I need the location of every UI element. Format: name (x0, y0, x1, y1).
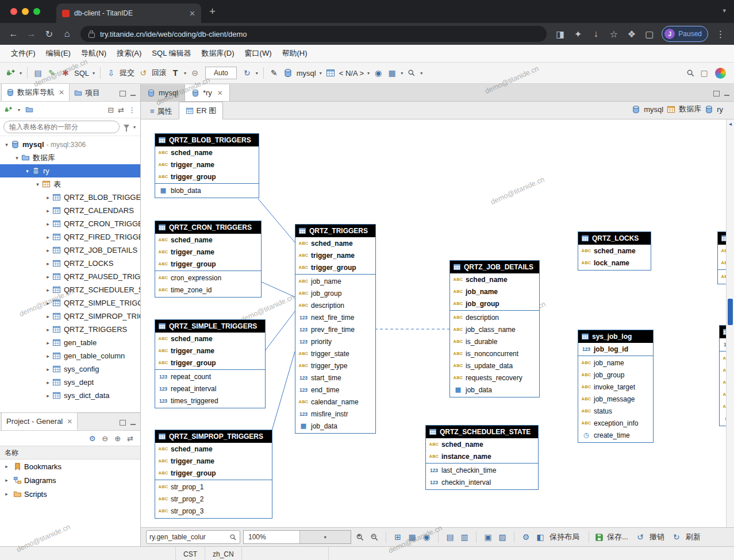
new-connection-icon[interactable] (5, 67, 17, 79)
tree-item-QRTZ_TRIGGERS[interactable]: ▸QRTZ_TRIGGERS (0, 323, 140, 336)
entity-column-trigger_state[interactable]: ABCtrigger_state (295, 347, 375, 360)
panel-maximize-icon[interactable] (120, 420, 126, 426)
entity-QRTZ_SIMPROP_TRIGGERS[interactable]: QRTZ_SIMPROP_TRIGGERSABCsched_nameABCtri… (155, 430, 272, 519)
menu-item-6[interactable]: 窗口(W) (240, 48, 277, 59)
collapse-icon[interactable]: ⊖ (102, 434, 108, 443)
expand-arrow-icon[interactable]: ▸ (44, 393, 52, 399)
entity-column-repeat_interval[interactable]: 123repeat_interval (155, 383, 265, 395)
menu-item-7[interactable]: 帮助(H) (276, 48, 312, 59)
tree-item-gen_table[interactable]: ▸gen_table (0, 336, 140, 349)
entity-QRTZ_BLOB_TRIGGERS[interactable]: QRTZ_BLOB_TRIGGERSABCsched_nameABCtrigge… (155, 133, 259, 198)
refresh-icon[interactable]: ↻ (671, 532, 682, 542)
sql-caret-icon[interactable]: ▾ (93, 71, 95, 76)
entity-header[interactable]: QRTZ_SCHEDULER_STATE (426, 426, 538, 438)
edit-icon[interactable]: ✎ (268, 67, 280, 79)
expand-arrow-icon[interactable]: ▸ (44, 287, 52, 293)
entity-QRTZ_JOB_DETAILS[interactable]: QRTZ_JOB_DETAILSABCsched_nameABCjob_name… (449, 260, 540, 397)
entity-column-invoke_target[interactable]: ABCinvoke_target (578, 381, 653, 393)
editor-tab-mysql[interactable]: mysql (141, 84, 185, 101)
panel-minimize-icon[interactable] (724, 95, 729, 96)
expand-arrow-icon[interactable]: ▸ (44, 234, 52, 240)
export-image-icon[interactable]: ▨ (497, 532, 508, 542)
auto-commit-button[interactable]: Auto (205, 67, 237, 79)
entity-column-sched_name[interactable]: ABCsched_name (155, 333, 265, 345)
entity-sys_job_log[interactable]: sys_job_log123job_log_idABCjob_nameABCjo… (578, 330, 654, 443)
expand-arrow-icon[interactable]: ▸ (44, 261, 52, 267)
expand-arrow-icon[interactable]: ▾ (33, 181, 42, 187)
entity-column-job_group[interactable]: ABCjob_group (450, 298, 539, 310)
entity-header[interactable]: QRTZ_BLOB_TRIGGERS (155, 134, 259, 146)
tab-close-icon[interactable]: ✕ (189, 9, 195, 18)
entity-column-trigger_group[interactable]: ABCtrigger_group (295, 261, 375, 273)
expand-arrow-icon[interactable]: ▸ (44, 208, 52, 214)
entity-header[interactable]: QRTZ_LOCKS (578, 232, 651, 245)
scrollbar-thumb[interactable] (728, 299, 733, 325)
entity-column-trigger_group[interactable]: ABCtrigger_group (155, 467, 272, 479)
print-icon[interactable]: ▣ (482, 532, 494, 542)
entity-column-trigger_group[interactable]: ABCtrigger_group (155, 171, 259, 183)
collapse-all-icon[interactable]: ⊟ (107, 106, 114, 114)
new-tab-button[interactable]: + (209, 5, 216, 18)
browser-menu-icon[interactable]: ⋮ (713, 29, 728, 40)
diagram-mode-icon[interactable]: ⊞ (392, 532, 403, 542)
tx-caret-icon[interactable]: ▾ (184, 71, 186, 76)
entity-column-blob_data[interactable]: ▦blob_data (155, 184, 259, 196)
refresh-button[interactable]: 刷新 (686, 532, 701, 542)
entity-column-job_group[interactable]: ABCjob_group (578, 369, 653, 381)
active-schema-label[interactable]: < N/A > (339, 69, 364, 78)
expand-arrow-icon[interactable]: ▾ (2, 142, 11, 148)
entity-column-sched_name[interactable]: ABCsched_name (426, 438, 538, 450)
entity-column-job_data[interactable]: ▦job_data (450, 384, 539, 396)
entity-QRTZ_SIMPLE_TRIGGERS[interactable]: QRTZ_SIMPLE_TRIGGERSABCsched_nameABCtrig… (155, 319, 266, 408)
entity-column-job_name[interactable]: ABCjob_name (578, 357, 653, 369)
frame-icon[interactable]: ◧ (535, 532, 546, 542)
entity-column-trigger_name[interactable]: ABCtrigger_name (155, 246, 261, 258)
expand-arrow-icon[interactable]: ▸ (44, 327, 52, 333)
connection-db-icon[interactable] (282, 67, 294, 79)
menu-item-1[interactable]: 编辑(E) (41, 48, 76, 59)
fit-view-icon[interactable]: ◉ (421, 532, 432, 542)
side-panel-icon[interactable]: ▢ (641, 29, 657, 40)
tree-item-ry[interactable]: ▾ry (0, 164, 140, 177)
profile-chip[interactable]: J Paused (662, 26, 708, 42)
entity-column-misfire_instr[interactable]: 123misfire_instr (295, 408, 375, 420)
menu-item-2[interactable]: 导航(N) (76, 48, 112, 59)
entity-column-str_prop_3[interactable]: ABCstr_prop_3 (155, 505, 272, 517)
global-search-icon[interactable] (684, 67, 697, 79)
entity-column-trigger_group[interactable]: ABCtrigger_group (155, 258, 261, 270)
expand-arrow-icon[interactable]: ▸ (44, 248, 52, 253)
entity-column-create_time[interactable]: ◷create_time (578, 429, 653, 441)
save-button[interactable]: 保存... (607, 532, 628, 542)
keep-layout-button[interactable]: 保持布局 (549, 532, 579, 542)
entity-column-trigger_name[interactable]: ABCtrigger_name (155, 455, 272, 467)
address-bar[interactable]: try.titanide.cn/ide/web/coding/db-client… (80, 26, 547, 42)
rollback-label[interactable]: 回滚 (152, 68, 167, 78)
save-icon[interactable] (595, 533, 604, 542)
expand-arrow-icon[interactable]: ▸ (44, 366, 52, 372)
sql-script-icon[interactable]: ▤ (32, 67, 44, 79)
close-window-button[interactable] (10, 8, 17, 15)
entity-column-job_data[interactable]: ▦job_data (295, 420, 375, 432)
tree-item-sys_dict_data[interactable]: ▸sys_dict_data (0, 389, 140, 402)
entity-column-job_log_id[interactable]: 123job_log_id (578, 343, 653, 355)
project-item-Bookmarks[interactable]: ▸Bookmarks (0, 459, 140, 473)
globe-icon[interactable]: ◉ (372, 67, 385, 79)
entity-column-sched_name[interactable]: ABCsched_name (578, 245, 651, 257)
lock-toggle-icon[interactable]: ⊝ (189, 67, 201, 79)
tree-item-QRTZ_SIMPROP_TRIGGERS[interactable]: ▸QRTZ_SIMPROP_TRIGGERS (0, 310, 140, 323)
new-script-icon[interactable]: ✎ (45, 67, 58, 79)
entity-QRTZ_SCHEDULER_STATE[interactable]: QRTZ_SCHEDULER_STATEABCsched_nameABCinst… (425, 425, 539, 490)
entity-header[interactable]: QRTZ_SIMPLE_TRIGGERS (155, 320, 265, 333)
back-button[interactable]: ← (6, 29, 21, 39)
download-icon[interactable]: ↓ (588, 29, 604, 39)
active-connection-label[interactable]: mysql (297, 69, 316, 78)
toolbar-search-icon[interactable] (405, 67, 418, 79)
entity-column-sched_name[interactable]: ABCsched_name (450, 273, 539, 285)
entity-column-repeat_count[interactable]: 123repeat_count (155, 370, 265, 383)
menu-item-5[interactable]: 数据库(D) (197, 48, 240, 59)
tree-item-sys_dept[interactable]: ▸sys_dept (0, 376, 140, 389)
schema-caret-icon[interactable]: ▾ (367, 71, 370, 76)
tree-item-QRTZ_PAUSED_TRIGGERS[interactable]: ▸QRTZ_PAUSED_TRIGGERS (0, 270, 140, 283)
new-connection-icon[interactable] (5, 106, 13, 114)
tree-item-QRTZ_LOCKS[interactable]: ▸QRTZ_LOCKS (0, 257, 140, 270)
